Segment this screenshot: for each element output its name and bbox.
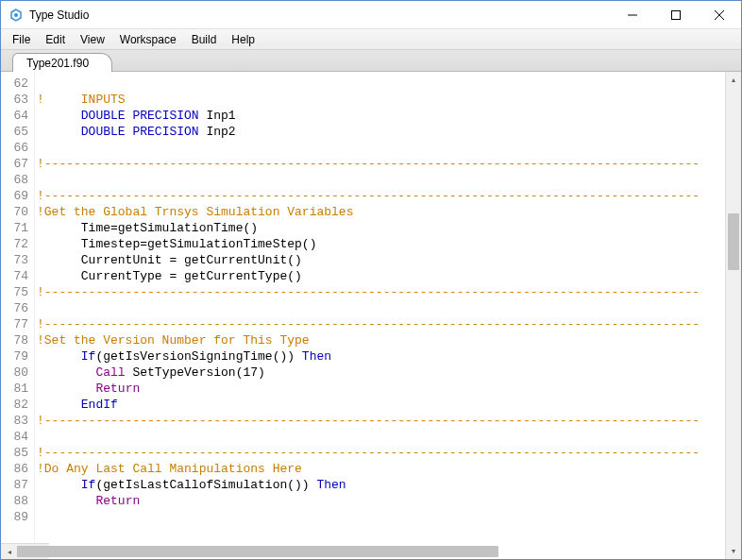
window-title: Type Studio: [29, 8, 611, 22]
scroll-left-icon[interactable]: ◂: [1, 544, 17, 559]
hscroll-thumb[interactable]: [17, 546, 498, 557]
line-number: 83: [1, 413, 28, 429]
line-number: 75: [1, 284, 28, 300]
code-line[interactable]: Time=getSimulationTime(): [37, 220, 725, 236]
menu-build[interactable]: Build: [184, 31, 225, 48]
code-line[interactable]: Call SetTypeVersion(17): [37, 365, 725, 381]
code-line[interactable]: DOUBLE PRECISION Inp2: [37, 124, 725, 140]
code-area[interactable]: ! INPUTS DOUBLE PRECISION Inp1 DOUBLE PR…: [35, 72, 725, 543]
line-number: 64: [1, 108, 28, 124]
line-number: 78: [1, 332, 28, 348]
tab-active[interactable]: Type201.f90: [12, 53, 112, 72]
line-number: 79: [1, 348, 28, 365]
line-number: 86: [1, 461, 28, 477]
line-number: 88: [1, 493, 28, 509]
code-line[interactable]: DOUBLE PRECISION Inp1: [37, 108, 725, 124]
line-number: 76: [1, 300, 28, 316]
code-line[interactable]: !---------------------------------------…: [37, 445, 725, 461]
horizontal-scrollbar[interactable]: ◂ ▸: [1, 543, 49, 559]
menu-workspace[interactable]: Workspace: [112, 31, 184, 48]
line-number: 81: [1, 381, 28, 397]
code-line[interactable]: If(getIsLastCallofSimulation()) Then: [37, 477, 725, 493]
code-line[interactable]: !---------------------------------------…: [37, 316, 725, 332]
minimize-button[interactable]: [611, 1, 654, 28]
line-number: 72: [1, 236, 28, 252]
line-gutter: 6263646566676869707172737475767778798081…: [1, 72, 35, 543]
code-line[interactable]: !Do Any Last Call Manipulations Here: [37, 461, 725, 477]
vertical-scrollbar[interactable]: ▴ ▾: [725, 72, 741, 559]
line-number: 80: [1, 365, 28, 381]
code-line[interactable]: !---------------------------------------…: [37, 413, 725, 429]
titlebar: Type Studio: [1, 1, 741, 29]
app-icon: [8, 8, 24, 23]
line-number: 66: [1, 140, 28, 156]
code-line[interactable]: [37, 172, 725, 188]
menu-view[interactable]: View: [73, 31, 112, 48]
maximize-button[interactable]: [654, 1, 698, 28]
menu-file[interactable]: File: [5, 31, 38, 48]
code-line[interactable]: CurrentUnit = getCurrentUnit(): [37, 252, 725, 268]
code-line[interactable]: EndIf: [37, 397, 725, 413]
code-line[interactable]: !Get the Global Trnsys Simulation Variab…: [37, 204, 725, 220]
line-number: 71: [1, 220, 28, 236]
tab-label: Type201.f90: [26, 57, 89, 70]
line-number: 67: [1, 156, 28, 172]
code-line[interactable]: [37, 429, 725, 445]
code-line[interactable]: Return: [37, 493, 725, 509]
menu-help[interactable]: Help: [224, 31, 262, 48]
line-number: 85: [1, 445, 28, 461]
menu-edit[interactable]: Edit: [38, 31, 73, 48]
line-number: 77: [1, 316, 28, 332]
code-line[interactable]: !---------------------------------------…: [37, 284, 725, 300]
code-line[interactable]: [37, 300, 725, 316]
line-number: 87: [1, 477, 28, 493]
line-number: 70: [1, 204, 28, 220]
code-line[interactable]: !---------------------------------------…: [37, 156, 725, 172]
code-line[interactable]: If(getIsVersionSigningTime()) Then: [37, 348, 725, 365]
scroll-up-icon[interactable]: ▴: [726, 72, 741, 88]
editor: 6263646566676869707172737475767778798081…: [1, 72, 741, 559]
code-line[interactable]: Return: [37, 381, 725, 397]
code-line[interactable]: !Set the Version Number for This Type: [37, 332, 725, 348]
code-line[interactable]: [37, 509, 725, 525]
vscroll-thumb[interactable]: [728, 213, 739, 270]
code-line[interactable]: !---------------------------------------…: [37, 188, 725, 204]
line-number: 84: [1, 429, 28, 445]
line-number: 65: [1, 124, 28, 140]
scroll-down-icon[interactable]: ▾: [726, 543, 741, 559]
tabbar: Type201.f90: [1, 50, 741, 72]
code-line[interactable]: [37, 140, 725, 156]
line-number: 89: [1, 509, 28, 525]
line-number: 69: [1, 188, 28, 204]
close-button[interactable]: [698, 1, 741, 28]
code-line[interactable]: [37, 76, 725, 92]
code-line[interactable]: CurrentType = getCurrentType(): [37, 268, 725, 284]
code-line[interactable]: Timestep=getSimulationTimeStep(): [37, 236, 725, 252]
svg-point-0: [14, 13, 18, 17]
code-line[interactable]: ! INPUTS: [37, 92, 725, 108]
line-number: 74: [1, 268, 28, 284]
menubar: File Edit View Workspace Build Help: [1, 29, 741, 50]
line-number: 63: [1, 92, 28, 108]
svg-rect-2: [672, 10, 681, 19]
line-number: 73: [1, 252, 28, 268]
line-number: 68: [1, 172, 28, 188]
line-number: 82: [1, 397, 28, 413]
line-number: 62: [1, 76, 28, 92]
window-controls: [611, 1, 741, 28]
